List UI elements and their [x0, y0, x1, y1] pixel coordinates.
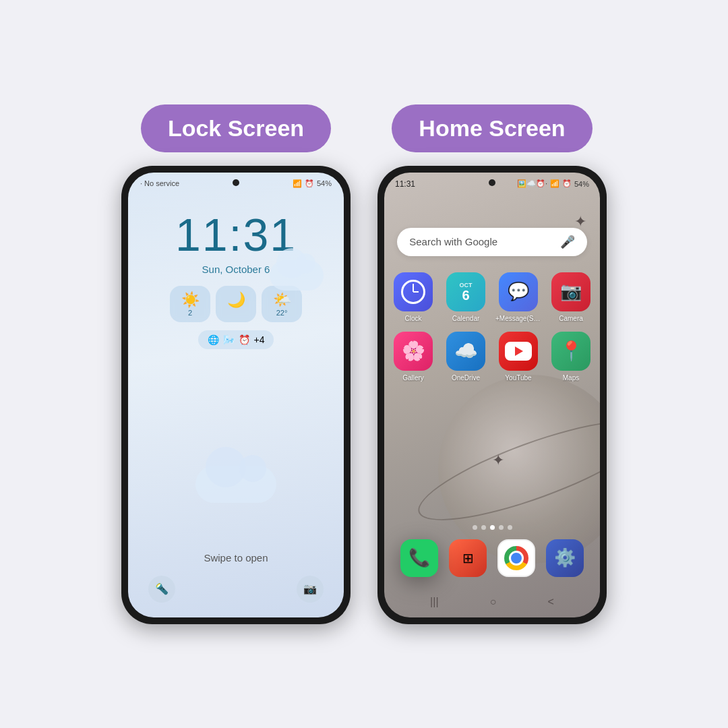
app-item-calendar[interactable]: OCT 6 Calendar: [442, 272, 489, 322]
app-item-camera[interactable]: 📷 Camera: [547, 272, 595, 322]
cloud-icon: 🌤️: [273, 291, 291, 309]
lock-status-bar: · No service 📶 ⏰ 54%: [128, 173, 344, 188]
app-item-youtube[interactable]: YouTube: [495, 332, 542, 382]
maps-app-icon[interactable]: 📍: [551, 332, 590, 371]
home-screen-phone: ✦ ✦ 11:31 🖼️☁️⏰· 📶 ⏰ 54% Search with Goo…: [377, 166, 607, 624]
settings-gear-icon: ⚙️: [554, 547, 576, 568]
phone-call-icon: 📞: [408, 547, 430, 568]
lock-screen-phone: · No service 📶 ⏰ 54% 11:31 Sun, October …: [121, 166, 351, 624]
home-screen-background: ✦ ✦ 11:31 🖼️☁️⏰· 📶 ⏰ 54% Search with Goo…: [384, 173, 600, 617]
shortcut-globe-icon: 🌐: [208, 334, 219, 345]
dock-chrome-icon[interactable]: [497, 539, 535, 577]
gallery-app-icon[interactable]: 🌸: [394, 332, 433, 371]
lock-weather-moon: 🌙: [216, 286, 256, 322]
page-indicator-dots: [473, 525, 512, 530]
lock-camera-cutout: [233, 179, 239, 186]
camera-app-icon[interactable]: 📷: [551, 272, 590, 311]
chrome-logo: [504, 546, 528, 570]
calendar-app-icon[interactable]: OCT 6: [446, 272, 485, 311]
app-item-message[interactable]: 💬 +Message(SM...: [495, 272, 542, 322]
message-icon-glyph: 💬: [508, 281, 529, 302]
nav-recent-apps-icon[interactable]: |||: [430, 596, 438, 608]
swipe-to-open: Swipe to open: [204, 552, 268, 564]
apps-grid-icon: ⊞: [462, 550, 474, 566]
page-dot-4: [499, 525, 504, 530]
page-dot-3-active: [490, 525, 495, 530]
dock-bar: 📞 ⊞ ⚙️: [395, 539, 589, 577]
dock-phone-icon[interactable]: 📞: [400, 539, 438, 577]
app-item-clock[interactable]: Clock: [390, 272, 437, 322]
lock-weather-sun: ☀️ 2: [170, 286, 210, 322]
moon-icon: 🌙: [227, 291, 245, 309]
youtube-app-icon[interactable]: [499, 332, 538, 371]
navigation-bar: ||| ○ <: [384, 596, 600, 608]
app-item-onedrive[interactable]: ☁️ OneDrive: [442, 332, 489, 382]
lock-status-signal: · No service: [140, 179, 179, 187]
home-status-time: 11:31: [395, 179, 415, 189]
page-dot-2: [481, 525, 486, 530]
calendar-app-label: Calendar: [452, 315, 480, 322]
lock-shortcut-row: 🌐 🌬️ ⏰ +4: [198, 330, 274, 349]
home-status-bar: 11:31 🖼️☁️⏰· 📶 ⏰ 54%: [384, 173, 600, 189]
clock-app-icon[interactable]: [394, 272, 433, 311]
dock-apps-icon[interactable]: ⊞: [449, 539, 487, 577]
lock-status-right: 📶 ⏰ 54%: [293, 179, 332, 188]
page-dot-1: [473, 525, 477, 530]
camera-icon-glyph: 📷: [560, 281, 582, 302]
lock-screen-display: · No service 📶 ⏰ 54% 11:31 Sun, October …: [128, 173, 344, 617]
lock-battery: 54%: [317, 179, 332, 187]
app-item-gallery[interactable]: 🌸 Gallery: [390, 332, 437, 382]
lock-weather-cloud: 🌤️ 22°: [262, 286, 302, 322]
home-wifi-icon: 📶: [550, 179, 559, 188]
mic-icon[interactable]: 🎤: [560, 235, 575, 249]
page-dot-5: [508, 525, 512, 530]
camera-app-label: Camera: [559, 315, 583, 322]
lock-weather-num: 2: [188, 309, 192, 317]
lock-screen-label: Lock Screen: [141, 104, 331, 152]
lock-screen-section: Lock Screen · No service 📶 ⏰ 54% 11:31 S…: [121, 104, 351, 624]
shortcut-clock-icon: ⏰: [239, 334, 250, 345]
lock-wifi-icon: 📶: [293, 179, 302, 188]
sun-icon: ☀️: [181, 291, 200, 309]
google-search-bar[interactable]: Search with Google 🎤: [397, 228, 587, 256]
camera-shortcut-button[interactable]: 📷: [297, 576, 324, 603]
clock-dial: [401, 280, 425, 304]
home-screen-label: Home Screen: [392, 104, 592, 152]
gallery-icon-glyph: 🌸: [402, 340, 425, 362]
onedrive-app-icon[interactable]: ☁️: [446, 332, 485, 371]
lock-screen-background: · No service 📶 ⏰ 54% 11:31 Sun, October …: [128, 173, 344, 617]
home-battery: 54%: [574, 180, 589, 188]
home-status-right: 🖼️☁️⏰· 📶 ⏰ 54%: [517, 179, 589, 188]
lock-weather-widgets: ☀️ 2 🌙 🌤️ 22°: [170, 286, 302, 322]
nav-home-icon[interactable]: ○: [490, 596, 497, 608]
clock-app-label: Clock: [404, 315, 421, 322]
message-app-icon[interactable]: 💬: [499, 272, 538, 311]
nav-back-icon[interactable]: <: [548, 596, 554, 608]
dock-settings-icon[interactable]: ⚙️: [546, 539, 584, 577]
onedrive-icon-glyph: ☁️: [454, 340, 478, 362]
planet-decoration: [438, 375, 600, 564]
home-alarm-icon: ⏰: [562, 179, 572, 188]
flashlight-button[interactable]: 🔦: [148, 576, 175, 603]
youtube-play-button: [505, 342, 532, 361]
gallery-app-label: Gallery: [402, 374, 424, 382]
calendar-inner: OCT 6: [446, 272, 485, 311]
search-placeholder-text: Search with Google: [409, 236, 553, 247]
lock-alarm-icon: ⏰: [305, 179, 314, 188]
shortcut-more: +4: [254, 334, 265, 345]
lock-time: 11:31: [175, 208, 297, 261]
onedrive-app-label: OneDrive: [452, 374, 480, 382]
app-item-maps[interactable]: 📍 Maps: [547, 332, 595, 382]
lock-date: Sun, October 6: [202, 264, 270, 275]
home-screen-section: Home Screen ✦ ✦ 11:31 🖼️☁️⏰· 📶 ⏰ 54%: [377, 104, 607, 624]
app-grid: Clock OCT 6 Calendar 💬: [390, 272, 595, 382]
shortcut-wind-icon: 🌬️: [223, 334, 235, 345]
youtube-play-triangle: [515, 346, 523, 356]
maps-app-label: Maps: [563, 374, 579, 382]
cal-date-num: 6: [462, 289, 469, 302]
sparkle-top-icon: ✦: [574, 213, 586, 231]
home-notif-icons: 🖼️☁️⏰·: [517, 179, 547, 188]
cal-header-text: OCT: [460, 282, 473, 289]
cloud-bottom-decoration: [195, 466, 276, 503]
home-camera-cutout: [489, 179, 495, 186]
